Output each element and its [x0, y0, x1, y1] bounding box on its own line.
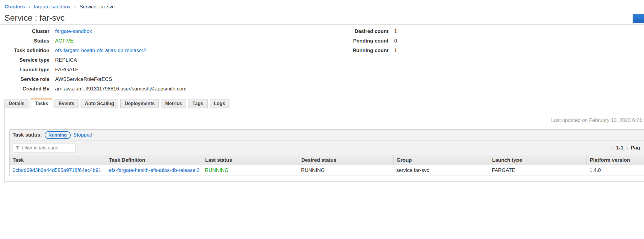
detail-label: Desired count — [339, 28, 388, 34]
status-filter-stopped[interactable]: Stopped — [73, 132, 92, 138]
created-by-value: arn:aws:iam::391311798816:user/sumesh@ap… — [55, 86, 186, 92]
row-platform-version: 1.4.0 — [589, 167, 601, 173]
task-status-bar: Task status: Running Stopped — [10, 130, 644, 141]
clipped-primary-button[interactable] — [633, 14, 644, 23]
detail-row-created-by: Created By arn:aws:iam::391311798816:use… — [4, 86, 186, 96]
breadcrumb-clusters-link[interactable]: Clusters — [4, 4, 25, 10]
tab-auto-scaling[interactable]: Auto Scaling — [81, 99, 118, 108]
task-status-label: Task status: — [13, 132, 42, 138]
title-divider — [0, 24, 644, 25]
column-header-group[interactable]: Group — [393, 155, 489, 165]
detail-row-running-count: Running count 1 — [339, 48, 397, 57]
breadcrumb-separator-icon: › — [74, 4, 76, 10]
tab-tasks[interactable]: Tasks — [31, 99, 52, 108]
page-title: Service : far-svc — [4, 13, 65, 23]
detail-row-cluster: Cluster fargate-sandbox — [4, 28, 186, 38]
tab-metrics[interactable]: Metrics — [161, 99, 186, 108]
table-row: 0cbdd69d3b6a44d585a9718f64ec4b91 efs-far… — [10, 165, 644, 176]
last-updated-text: Last updated on February 10, 2023 6:21:3… — [551, 117, 644, 123]
row-desired-status: RUNNING — [301, 167, 325, 173]
detail-row-launch-type: Launch type FARGATE — [4, 67, 186, 76]
service-status-value: ACTIVE — [55, 38, 73, 44]
desired-count-value: 1 — [394, 28, 397, 34]
pagination-page-text: Pag — [631, 145, 640, 151]
detail-row-desired-count: Desired count 1 — [339, 28, 397, 38]
breadcrumb-separator-icon: › — [28, 4, 30, 10]
detail-label: Created By — [4, 86, 49, 92]
detail-label: Launch type — [4, 67, 49, 73]
detail-label: Running count — [339, 48, 388, 54]
breadcrumb-cluster-link[interactable]: fargate-sandbox — [34, 4, 71, 10]
tab-events[interactable]: Events — [55, 99, 78, 108]
filter-input[interactable] — [13, 143, 75, 152]
detail-row-task-definition: Task definition efs-fargate-health-efs-a… — [4, 48, 186, 57]
status-filter-running[interactable]: Running — [45, 131, 71, 139]
pagination-prev-icon[interactable]: ‹ — [612, 145, 613, 151]
filter-input-wrap — [13, 143, 75, 152]
service-type-value: REPLICA — [55, 57, 77, 63]
table-header-row: Task Task Definition Last status Desired… — [10, 155, 644, 165]
service-tabs: Details Tasks Events Auto Scaling Deploy… — [4, 99, 229, 108]
detail-row-service-role: Service role AWSServiceRoleForECS — [4, 76, 186, 86]
cluster-link[interactable]: fargate-sandbox — [55, 28, 92, 34]
column-header-platform-version[interactable]: Platform version — [586, 155, 644, 165]
ecs-service-page: Clusters › fargate-sandbox › Service: fa… — [0, 0, 644, 239]
detail-label: Service type — [4, 57, 49, 63]
service-role-value: AWSServiceRoleForECS — [55, 76, 112, 82]
task-definition-link[interactable]: efs-fargate-health-efs-atlas-db-release:… — [55, 48, 146, 54]
service-details-left: Cluster fargate-sandbox Status ACTIVE Ta… — [4, 28, 186, 96]
row-task-definition-link[interactable]: efs-fargate-health-efs-atlas-db-release:… — [109, 167, 199, 173]
row-group: service:far-svc — [396, 167, 429, 173]
column-header-task-definition[interactable]: Task Definition — [106, 155, 202, 165]
launch-type-value: FARGATE — [55, 67, 78, 73]
detail-label: Status — [4, 38, 49, 44]
pagination: ‹ 1-1 › Pag — [612, 141, 640, 155]
breadcrumb: Clusters › fargate-sandbox › Service: fa… — [4, 4, 114, 10]
detail-label: Cluster — [4, 28, 49, 34]
pagination-range: 1-1 — [616, 145, 624, 151]
row-last-status: RUNNING — [205, 167, 229, 173]
detail-label: Task definition — [4, 48, 49, 54]
tab-details[interactable]: Details — [4, 99, 28, 108]
column-header-last-status[interactable]: Last status — [202, 155, 298, 165]
running-count-value: 1 — [394, 48, 397, 54]
tasks-table-container: Task status: Running Stopped ‹ 1-1 › Pag… — [9, 129, 644, 176]
detail-row-service-type: Service type REPLICA — [4, 57, 186, 67]
column-header-desired-status[interactable]: Desired status — [298, 155, 393, 165]
tasks-table: Task Task Definition Last status Desired… — [10, 155, 644, 176]
pending-count-value: 0 — [394, 38, 397, 44]
filter-bar: ‹ 1-1 › Pag — [10, 141, 644, 155]
row-launch-type: FARGATE — [492, 167, 515, 173]
breadcrumb-current: Service: far-svc — [79, 4, 114, 10]
task-id-link[interactable]: 0cbdd69d3b6a44d585a9718f64ec4b91 — [13, 167, 101, 173]
detail-label: Service role — [4, 76, 49, 82]
detail-row-pending-count: Pending count 0 — [339, 38, 397, 48]
column-header-launch-type[interactable]: Launch type — [489, 155, 586, 165]
pagination-next-icon[interactable]: › — [626, 145, 628, 151]
tab-tags[interactable]: Tags — [188, 99, 207, 108]
service-details-right: Desired count 1 Pending count 0 Running … — [339, 28, 397, 57]
column-header-task[interactable]: Task — [10, 155, 106, 165]
detail-row-status: Status ACTIVE — [4, 38, 186, 48]
detail-label: Pending count — [339, 38, 388, 44]
tab-logs[interactable]: Logs — [210, 99, 229, 108]
tab-deployments[interactable]: Deployments — [120, 99, 159, 108]
